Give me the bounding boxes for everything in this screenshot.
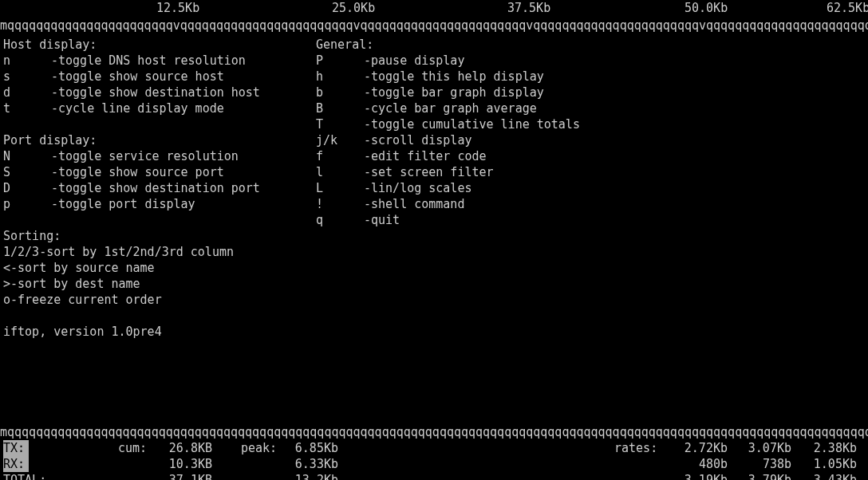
stats-total-row: TOTAL: 37.1KB 13.2Kb 3.19Kb 3.79Kb 3.43K…: [0, 472, 868, 480]
key: j/k: [316, 132, 364, 148]
general-list: P- pause display h- toggle this help dis…: [316, 53, 715, 228]
key: B: [316, 100, 364, 116]
rx-cum: 10.3KB: [163, 456, 212, 472]
help-item: !- shell command: [316, 196, 715, 212]
key: >: [3, 276, 10, 292]
desc: sort by 1st/2nd/3rd column: [46, 244, 234, 260]
desc: lin/log scales: [371, 180, 471, 196]
help-item: n- toggle DNS host resolution: [3, 53, 306, 69]
stats-area: TX: cum: 26.8KB peak: 6.85Kb rates: 2.72…: [0, 440, 868, 480]
rx-rate-3: 1.05Kb: [807, 456, 857, 472]
desc: sort by dest name: [18, 276, 140, 292]
port-display-list: N- toggle service resolution S- toggle s…: [3, 148, 306, 212]
rx-peak: 6.33Kb: [289, 456, 338, 472]
key: d: [3, 85, 51, 100]
tx-rate-2: 3.07Kb: [742, 440, 791, 456]
total-label: TOTAL:: [3, 472, 51, 480]
desc: pause display: [371, 53, 464, 69]
rx-rate-2: 738b: [742, 456, 791, 472]
key: l: [316, 164, 364, 180]
key: n: [3, 53, 51, 69]
key: D: [3, 180, 51, 196]
key: o: [3, 292, 10, 308]
rx-rate-1: 480b: [678, 456, 728, 472]
total-rate-1: 3.19Kb: [678, 472, 728, 480]
help-right-column: General: P- pause display h- toggle this…: [316, 37, 715, 228]
desc: cycle bar graph average: [371, 100, 537, 116]
host-display-list: n- toggle DNS host resolution s- toggle …: [3, 53, 306, 116]
stats-divider: mqqqqqqqqqqqqqqqqqqqqqqqqqqqqqqqqqqqqqqq…: [0, 424, 868, 440]
key: s: [3, 69, 51, 85]
key: P: [316, 53, 364, 69]
desc: freeze current order: [18, 292, 162, 308]
tx-label: TX:: [3, 440, 29, 456]
desc: toggle DNS host resolution: [58, 53, 246, 69]
desc: quit: [371, 212, 400, 228]
scale-tick: 37.5Kb: [507, 0, 550, 16]
bandwidth-scale: 12.5Kb 25.0Kb 37.5Kb 50.0Kb 62.5Kb: [0, 0, 868, 16]
help-item: d- toggle show destination host: [3, 85, 306, 100]
key: q: [316, 212, 364, 228]
help-item: L- lin/log scales: [316, 180, 715, 196]
help-item: P- pause display: [316, 53, 715, 69]
help-item: q- quit: [316, 212, 715, 228]
cum-label: cum:: [118, 440, 147, 456]
scale-tick: 50.0Kb: [685, 0, 728, 16]
key: f: [316, 148, 364, 164]
tx-rate-1: 2.72Kb: [678, 440, 728, 456]
tx-rate-3: 2.38Kb: [807, 440, 857, 456]
desc: shell command: [371, 196, 464, 212]
stats-tx-row: TX: cum: 26.8KB peak: 6.85Kb rates: 2.72…: [0, 440, 868, 456]
peak-label: peak:: [241, 440, 277, 456]
help-item: > - sort by dest name: [3, 276, 306, 292]
help-item: B- cycle bar graph average: [316, 100, 715, 116]
scale-tick: 12.5Kb: [156, 0, 199, 16]
key: S: [3, 164, 51, 180]
scale-divider: mqqqqqqqqqqqqqqqqqqqqqqqvqqqqqqqqqqqqqqq…: [0, 18, 868, 33]
general-heading: General:: [316, 37, 715, 53]
stats-rx-row: RX: 10.3KB 6.33Kb 480b 738b 1.05Kb: [0, 456, 868, 472]
help-item: T- toggle cumulative line totals: [316, 116, 715, 132]
help-item: S- toggle show source port: [3, 164, 306, 180]
key: h: [316, 69, 364, 85]
help-item: < - sort by source name: [3, 260, 306, 276]
tx-peak: 6.85Kb: [289, 440, 338, 456]
help-left-column: Host display: n- toggle DNS host resolut…: [3, 37, 306, 308]
port-display-heading: Port display:: [3, 132, 306, 148]
help-item: h- toggle this help display: [316, 69, 715, 85]
key: t: [3, 100, 51, 116]
iftop-screen: 12.5Kb 25.0Kb 37.5Kb 50.0Kb 62.5Kb mqqqq…: [0, 0, 868, 480]
desc: toggle cumulative line totals: [371, 116, 580, 132]
sorting-heading: Sorting:: [3, 228, 306, 244]
help-item: D- toggle show destination port: [3, 180, 306, 196]
sorting-list: 1/2/3 - sort by 1st/2nd/3rd column < - s…: [3, 244, 306, 308]
key: <: [3, 260, 10, 276]
rates-label: rates:: [614, 440, 657, 456]
desc: set screen filter: [371, 164, 494, 180]
total-peak: 13.2Kb: [289, 472, 338, 480]
help-item: b- toggle bar graph display: [316, 85, 715, 100]
desc: cycle line display mode: [58, 100, 224, 116]
key: p: [3, 196, 51, 212]
desc: toggle show destination host: [58, 85, 260, 100]
help-item: l- set screen filter: [316, 164, 715, 180]
key: 1/2/3: [3, 244, 39, 260]
help-item: 1/2/3 - sort by 1st/2nd/3rd column: [3, 244, 306, 260]
version-string: iftop, version 1.0pre4: [3, 324, 162, 340]
key: b: [316, 85, 364, 100]
scale-tick: 25.0Kb: [332, 0, 375, 16]
desc: toggle show source port: [58, 164, 224, 180]
desc: scroll display: [371, 132, 471, 148]
help-item: j/k- scroll display: [316, 132, 715, 148]
desc: toggle service resolution: [58, 148, 239, 164]
help-item: t- cycle line display mode: [3, 100, 306, 116]
help-item: p- toggle port display: [3, 196, 306, 212]
desc: toggle bar graph display: [371, 85, 544, 100]
desc: toggle port display: [58, 196, 195, 212]
desc: sort by source name: [18, 260, 155, 276]
tx-cum: 26.8KB: [163, 440, 212, 456]
host-display-heading: Host display:: [3, 37, 306, 53]
desc: toggle show source host: [58, 69, 224, 85]
key: T: [316, 116, 364, 132]
scale-tick: 62.5Kb: [827, 0, 868, 16]
